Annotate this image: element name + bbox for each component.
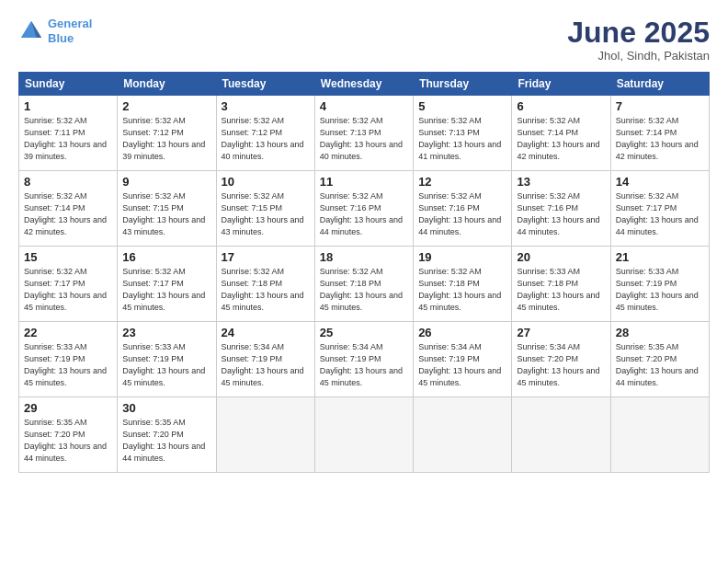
table-row [216, 397, 314, 473]
day-info: Sunrise: 5:35 AMSunset: 7:20 PMDaylight:… [616, 342, 699, 387]
col-monday: Monday [118, 73, 216, 96]
col-friday: Friday [512, 73, 610, 96]
table-row: 30Sunrise: 5:35 AMSunset: 7:20 PMDayligh… [118, 397, 216, 473]
day-number: 29 [24, 401, 112, 415]
day-info: Sunrise: 5:34 AMSunset: 7:19 PMDaylight:… [320, 342, 403, 387]
day-info: Sunrise: 5:32 AMSunset: 7:17 PMDaylight:… [616, 191, 699, 236]
table-row: 27Sunrise: 5:34 AMSunset: 7:20 PMDayligh… [512, 322, 610, 397]
day-number: 30 [122, 401, 210, 415]
day-number: 4 [320, 99, 408, 113]
day-info: Sunrise: 5:32 AMSunset: 7:13 PMDaylight:… [418, 116, 501, 161]
table-row: 18Sunrise: 5:32 AMSunset: 7:18 PMDayligh… [314, 247, 413, 322]
table-row: 9Sunrise: 5:32 AMSunset: 7:15 PMDaylight… [118, 171, 216, 247]
table-row: 3Sunrise: 5:32 AMSunset: 7:12 PMDaylight… [216, 96, 314, 171]
day-number: 24 [222, 326, 310, 339]
day-info: Sunrise: 5:32 AMSunset: 7:18 PMDaylight:… [418, 267, 501, 312]
day-number: 26 [418, 326, 506, 339]
calendar-row: 1Sunrise: 5:32 AMSunset: 7:11 PMDaylight… [19, 96, 710, 171]
day-number: 10 [222, 175, 310, 189]
title-area: June 2025 Jhol, Sindh, Pakistan [567, 17, 710, 63]
day-info: Sunrise: 5:32 AMSunset: 7:17 PMDaylight:… [24, 267, 107, 312]
logo-icon [18, 18, 44, 44]
table-row: 12Sunrise: 5:32 AMSunset: 7:16 PMDayligh… [414, 171, 512, 247]
day-number: 11 [320, 175, 408, 189]
day-info: Sunrise: 5:32 AMSunset: 7:18 PMDaylight:… [222, 267, 304, 312]
location: Jhol, Sindh, Pakistan [567, 49, 710, 63]
table-row: 2Sunrise: 5:32 AMSunset: 7:12 PMDaylight… [118, 96, 216, 171]
table-row: 22Sunrise: 5:33 AMSunset: 7:19 PMDayligh… [19, 322, 118, 397]
calendar-row: 8Sunrise: 5:32 AMSunset: 7:14 PMDaylight… [19, 171, 710, 247]
day-number: 14 [616, 175, 704, 189]
day-number: 7 [616, 99, 704, 113]
table-row: 28Sunrise: 5:35 AMSunset: 7:20 PMDayligh… [610, 322, 709, 397]
logo-text: General Blue [48, 17, 92, 45]
day-number: 8 [24, 175, 112, 189]
day-info: Sunrise: 5:32 AMSunset: 7:14 PMDaylight:… [616, 116, 699, 161]
day-number: 23 [122, 326, 210, 339]
day-number: 18 [320, 250, 408, 264]
day-number: 13 [517, 175, 605, 189]
table-row: 20Sunrise: 5:33 AMSunset: 7:18 PMDayligh… [512, 247, 610, 322]
calendar-row: 29Sunrise: 5:35 AMSunset: 7:20 PMDayligh… [19, 397, 710, 473]
table-row [414, 397, 512, 473]
col-tuesday: Tuesday [216, 73, 314, 96]
day-info: Sunrise: 5:32 AMSunset: 7:12 PMDaylight:… [222, 116, 304, 161]
day-number: 2 [122, 99, 210, 113]
day-number: 27 [517, 326, 605, 339]
day-info: Sunrise: 5:32 AMSunset: 7:16 PMDaylight:… [320, 191, 403, 236]
calendar-row: 15Sunrise: 5:32 AMSunset: 7:17 PMDayligh… [19, 247, 710, 322]
day-info: Sunrise: 5:32 AMSunset: 7:18 PMDaylight:… [320, 267, 403, 312]
logo: General Blue [18, 17, 92, 45]
table-row: 10Sunrise: 5:32 AMSunset: 7:15 PMDayligh… [216, 171, 314, 247]
day-number: 12 [418, 175, 506, 189]
table-row: 29Sunrise: 5:35 AMSunset: 7:20 PMDayligh… [19, 397, 118, 473]
day-number: 19 [418, 250, 506, 264]
table-row: 23Sunrise: 5:33 AMSunset: 7:19 PMDayligh… [118, 322, 216, 397]
table-row: 1Sunrise: 5:32 AMSunset: 7:11 PMDaylight… [19, 96, 118, 171]
day-info: Sunrise: 5:34 AMSunset: 7:19 PMDaylight:… [418, 342, 501, 387]
day-number: 5 [418, 99, 506, 113]
day-info: Sunrise: 5:32 AMSunset: 7:12 PMDaylight:… [122, 116, 205, 161]
day-info: Sunrise: 5:32 AMSunset: 7:15 PMDaylight:… [222, 191, 304, 236]
day-info: Sunrise: 5:35 AMSunset: 7:20 PMDaylight:… [24, 418, 107, 463]
table-row: 26Sunrise: 5:34 AMSunset: 7:19 PMDayligh… [414, 322, 512, 397]
month-title: June 2025 [567, 17, 710, 49]
day-number: 16 [122, 250, 210, 264]
day-info: Sunrise: 5:32 AMSunset: 7:16 PMDaylight:… [418, 191, 501, 236]
day-info: Sunrise: 5:32 AMSunset: 7:14 PMDaylight:… [24, 191, 107, 236]
day-number: 17 [222, 250, 310, 264]
calendar: Sunday Monday Tuesday Wednesday Thursday… [18, 72, 710, 473]
day-number: 22 [24, 326, 112, 339]
day-info: Sunrise: 5:32 AMSunset: 7:14 PMDaylight:… [517, 116, 599, 161]
calendar-row: 22Sunrise: 5:33 AMSunset: 7:19 PMDayligh… [19, 322, 710, 397]
col-thursday: Thursday [414, 73, 512, 96]
table-row: 17Sunrise: 5:32 AMSunset: 7:18 PMDayligh… [216, 247, 314, 322]
table-row [512, 397, 610, 473]
table-row: 15Sunrise: 5:32 AMSunset: 7:17 PMDayligh… [19, 247, 118, 322]
table-row: 6Sunrise: 5:32 AMSunset: 7:14 PMDaylight… [512, 96, 610, 171]
day-info: Sunrise: 5:32 AMSunset: 7:15 PMDaylight:… [122, 191, 205, 236]
table-row: 21Sunrise: 5:33 AMSunset: 7:19 PMDayligh… [610, 247, 709, 322]
day-info: Sunrise: 5:34 AMSunset: 7:19 PMDaylight:… [222, 342, 304, 387]
calendar-header-row: Sunday Monday Tuesday Wednesday Thursday… [19, 73, 710, 96]
day-info: Sunrise: 5:32 AMSunset: 7:13 PMDaylight:… [320, 116, 403, 161]
day-number: 6 [517, 99, 605, 113]
day-info: Sunrise: 5:33 AMSunset: 7:19 PMDaylight:… [616, 267, 699, 312]
day-number: 21 [616, 250, 704, 264]
day-number: 3 [222, 99, 310, 113]
col-wednesday: Wednesday [314, 73, 413, 96]
day-number: 1 [24, 99, 112, 113]
day-info: Sunrise: 5:34 AMSunset: 7:20 PMDaylight:… [517, 342, 599, 387]
header: General Blue June 2025 Jhol, Sindh, Paki… [18, 17, 710, 63]
day-number: 25 [320, 326, 408, 339]
table-row: 25Sunrise: 5:34 AMSunset: 7:19 PMDayligh… [314, 322, 413, 397]
day-info: Sunrise: 5:32 AMSunset: 7:16 PMDaylight:… [517, 191, 599, 236]
table-row: 7Sunrise: 5:32 AMSunset: 7:14 PMDaylight… [610, 96, 709, 171]
day-number: 9 [122, 175, 210, 189]
table-row: 14Sunrise: 5:32 AMSunset: 7:17 PMDayligh… [610, 171, 709, 247]
table-row: 5Sunrise: 5:32 AMSunset: 7:13 PMDaylight… [414, 96, 512, 171]
table-row [610, 397, 709, 473]
table-row: 8Sunrise: 5:32 AMSunset: 7:14 PMDaylight… [19, 171, 118, 247]
day-info: Sunrise: 5:33 AMSunset: 7:19 PMDaylight:… [24, 342, 107, 387]
day-info: Sunrise: 5:33 AMSunset: 7:19 PMDaylight:… [122, 342, 205, 387]
